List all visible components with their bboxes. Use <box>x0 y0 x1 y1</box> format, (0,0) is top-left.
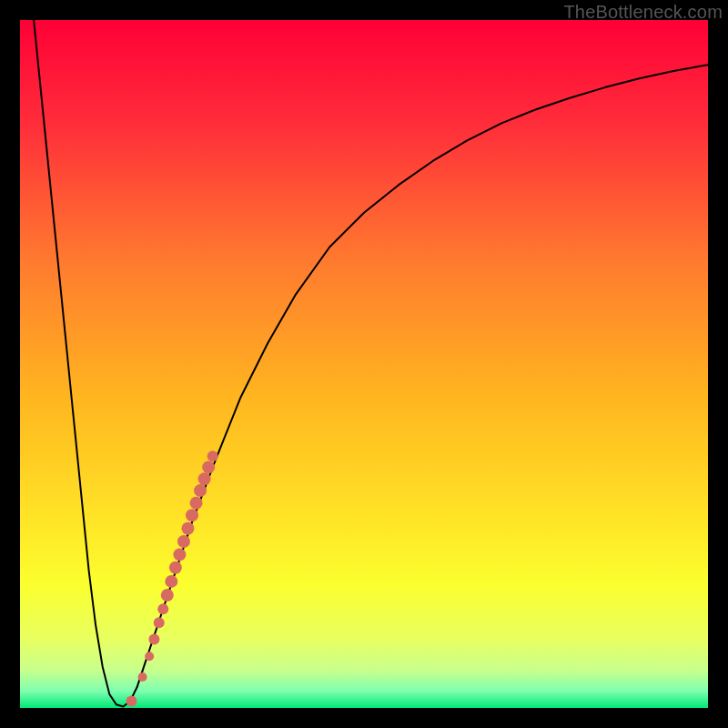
curve-marker <box>181 522 194 535</box>
curve-marker <box>148 633 159 644</box>
chart-frame: TheBottleneck.com <box>0 0 728 728</box>
curve-marker <box>157 603 168 614</box>
gradient-background <box>20 20 708 708</box>
curve-marker <box>207 450 218 461</box>
curve-marker <box>165 575 177 588</box>
curve-marker <box>177 535 190 548</box>
curve-marker <box>194 484 207 497</box>
curve-marker <box>126 695 136 706</box>
chart-svg <box>20 20 708 708</box>
curve-marker <box>169 561 182 574</box>
curve-marker <box>186 509 198 521</box>
curve-marker <box>161 589 174 602</box>
curve-marker <box>173 548 186 561</box>
curve-marker <box>145 652 154 661</box>
curve-marker <box>154 617 165 628</box>
curve-marker <box>198 472 211 485</box>
curve-marker <box>138 672 147 682</box>
curve-marker <box>202 460 215 473</box>
curve-marker <box>190 497 203 510</box>
plot-area <box>20 20 708 708</box>
